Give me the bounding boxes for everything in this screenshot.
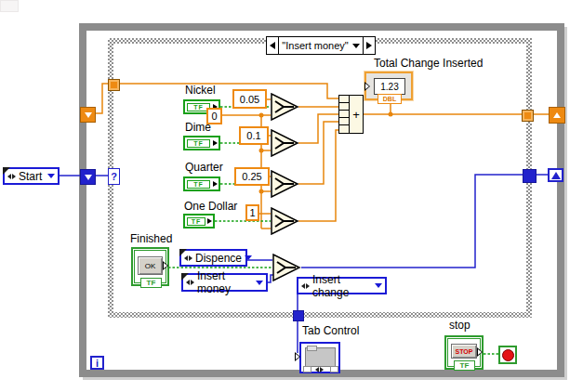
compound-add-node[interactable]: + <box>338 95 364 134</box>
tab-control-terminal[interactable] <box>299 342 340 373</box>
tunnel-orange-left[interactable] <box>108 79 120 91</box>
nickel-value-constant[interactable]: 0.05 <box>232 89 267 109</box>
ok-button-face[interactable]: OK <box>138 256 163 275</box>
shift-register-left-orange[interactable] <box>80 107 96 123</box>
tf-glyph: TF <box>187 180 210 189</box>
finished-button[interactable]: OK TF <box>131 247 169 286</box>
dime-value-constant[interactable]: 0.1 <box>239 126 269 145</box>
iteration-i-icon: i <box>96 358 99 369</box>
stop-button-face[interactable]: STOP <box>451 344 477 359</box>
insert-change-enum-constant[interactable]: Insert change <box>297 277 387 294</box>
dropdown-icon[interactable] <box>256 281 263 285</box>
total-change-label: Total Change Inserted <box>374 58 483 70</box>
prev-arrow-icon <box>270 42 275 49</box>
tunnel-blue-bottom[interactable] <box>293 310 304 321</box>
shift-register-up-icon <box>553 112 561 118</box>
constant-text: 0 <box>211 111 217 122</box>
insert-money-enum-constant[interactable]: Insert money <box>181 273 268 292</box>
shift-register-down-icon <box>85 175 92 180</box>
shift-register-right-blue[interactable] <box>548 168 563 182</box>
loop-shadow-bottom <box>83 377 567 380</box>
loop-condition-terminal[interactable] <box>498 346 517 364</box>
quarter-label: Quarter <box>185 162 223 174</box>
dropdown-icon[interactable] <box>47 174 55 178</box>
case-next-button[interactable] <box>363 37 375 54</box>
select-node-quarter[interactable] <box>271 170 299 198</box>
insert-change-enum-value: Insert change <box>312 273 372 299</box>
output-nub-icon <box>163 261 168 270</box>
label-fold-icon <box>179 249 187 256</box>
next-arrow-icon <box>366 42 372 49</box>
tf-glyph: TF <box>140 278 162 288</box>
total-change-indicator[interactable]: 1.23 DBL <box>364 72 413 100</box>
loop-shadow-right <box>564 27 567 380</box>
tunnel-blue-right[interactable] <box>523 169 537 183</box>
select-node-one-dollar[interactable] <box>271 207 299 235</box>
one-dollar-boolean-terminal[interactable]: TF <box>183 214 215 229</box>
plus-icon: + <box>350 96 363 133</box>
start-enum-constant[interactable]: Start <box>3 167 60 185</box>
input-nub-icon <box>364 82 370 91</box>
case-prev-button[interactable] <box>267 37 279 54</box>
tab-widget-icon <box>305 347 336 367</box>
dropdown-icon[interactable] <box>375 283 382 288</box>
output-nub-icon <box>477 347 483 357</box>
tab-corner-box <box>303 366 311 372</box>
case-selector-terminal[interactable]: ? <box>108 168 120 185</box>
output-nub-icon <box>213 181 218 187</box>
tunnel-orange-right[interactable] <box>522 110 534 122</box>
constant-text: 1 <box>249 207 255 218</box>
case-dropdown-icon[interactable] <box>352 44 360 48</box>
shift-register-left-blue[interactable] <box>80 169 96 185</box>
select-node-nickel[interactable] <box>271 93 299 121</box>
output-nub-icon <box>207 218 212 224</box>
dbl-type-tag: DBL <box>378 94 402 104</box>
dime-boolean-terminal[interactable]: TF <box>183 136 220 150</box>
finished-label: Finished <box>130 233 172 245</box>
nickel-label: Nickel <box>185 85 216 97</box>
case-selector-label[interactable]: "Insert money" <box>266 36 376 55</box>
constant-text: 0.1 <box>246 130 260 141</box>
label-fold-icon <box>3 167 10 175</box>
dispense-enum-constant[interactable]: Dispence <box>179 249 247 267</box>
start-enum-value: Start <box>19 170 42 183</box>
dime-label: Dime <box>185 122 211 134</box>
tab-spinner-icon <box>315 367 324 372</box>
label-fold-icon <box>181 273 189 281</box>
labview-block-diagram: "Insert money" ? i Start Nickel TF 0.05 … <box>0 0 583 392</box>
tf-glyph: TF <box>187 139 210 148</box>
one-dollar-value-constant[interactable]: 1 <box>245 204 259 221</box>
quarter-value-constant[interactable]: 0.25 <box>234 167 270 186</box>
one-dollar-label: One Dollar <box>184 201 237 213</box>
insert-money-enum-value: Insert money <box>197 269 253 295</box>
shift-register-down-icon <box>85 112 92 118</box>
tf-glyph: TF <box>454 360 475 371</box>
tf-glyph: TF <box>187 217 205 226</box>
stop-button[interactable]: STOP TF <box>444 335 484 370</box>
tab-control-label: Tab Control <box>302 325 359 337</box>
dropdown-icon[interactable] <box>245 255 252 260</box>
shift-register-right-orange[interactable] <box>549 107 565 124</box>
case-name[interactable]: "Insert money" <box>279 37 363 54</box>
enum-spinner-icon[interactable] <box>301 283 310 289</box>
dispense-enum-value: Dispence <box>195 252 242 265</box>
shift-register-up-icon <box>551 172 561 179</box>
window-artifact <box>0 0 19 12</box>
add-input-column <box>339 96 350 133</box>
case-name-text: "Insert money" <box>282 40 348 51</box>
iteration-terminal[interactable]: i <box>90 356 104 370</box>
question-mark-icon: ? <box>111 171 117 182</box>
input-nub-icon <box>295 352 300 361</box>
quarter-boolean-terminal[interactable]: TF <box>183 176 220 191</box>
constant-text: 0.05 <box>240 94 259 105</box>
indicator-value: 1.23 <box>374 78 405 95</box>
output-nub-icon <box>213 140 218 146</box>
constant-text: 0.25 <box>242 171 261 182</box>
select-node-dime[interactable] <box>271 129 299 157</box>
stop-label: stop <box>449 320 470 332</box>
stop-sign-icon <box>502 349 514 361</box>
tab-corner-box <box>330 366 338 372</box>
